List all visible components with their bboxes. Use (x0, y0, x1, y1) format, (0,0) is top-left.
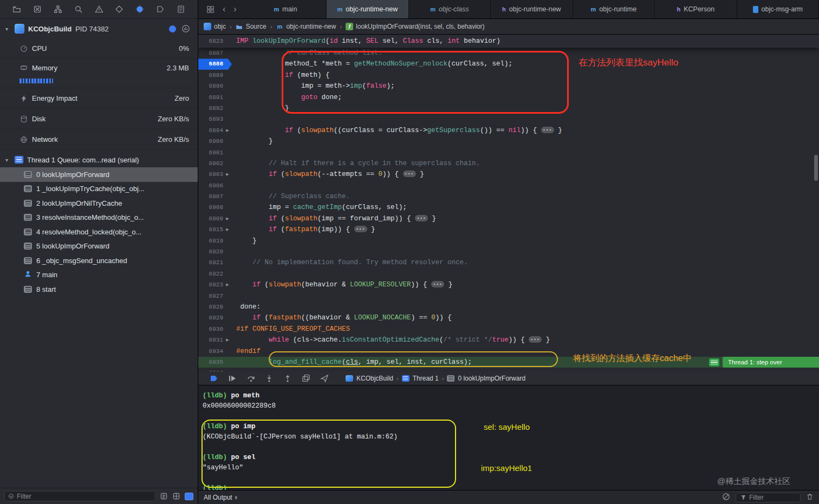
code-line-6919[interactable]: 6919 } (198, 235, 819, 246)
line-number[interactable]: 6889 (198, 70, 223, 81)
debug-breadcrumb-label[interactable]: Thread 1 (413, 375, 439, 382)
fold-indicator-icon[interactable]: ▶ (223, 335, 232, 345)
code-line-6928[interactable]: 6928 done: (198, 302, 819, 312)
frames-filter-input[interactable]: Filter (4, 491, 155, 501)
code-line-6908[interactable]: 6908 imp = cache_getImp(curClass, sel); (198, 202, 819, 213)
show-crashed-threads-icon[interactable] (172, 492, 180, 500)
line-number[interactable]: 6936 (198, 368, 223, 371)
line-number[interactable]: 6901 (198, 147, 223, 158)
project-navigator-icon[interactable] (12, 4, 22, 14)
code-line-6931[interactable]: 6931▶ while (cls->cache.isConstantOptimi… (198, 335, 819, 345)
folded-code-pill[interactable]: ••• (354, 226, 367, 232)
code-line-6891[interactable]: 6891 goto done; (198, 92, 819, 103)
simulate-location-button[interactable] (315, 374, 334, 383)
folded-code-pill[interactable]: ••• (415, 215, 428, 221)
line-number[interactable]: 6927 (198, 291, 223, 302)
tab-objc-runtime-new[interactable]: hobjc-runtime-new (491, 0, 573, 18)
editor-scrollbar[interactable] (814, 155, 818, 181)
code-line-6888[interactable]: 6888 method_t *meth = getMethodNoSuper_n… (198, 58, 819, 69)
breadcrumb-item[interactable]: flookUpImpOrForward(inst, sel, cls, beha… (346, 23, 484, 30)
tab-objc-runtime[interactable]: mobjc-runtime (573, 0, 655, 18)
line-number[interactable]: 6908 (198, 202, 223, 213)
code-line-6929[interactable]: 6929 if (fastpath((behavior & LOOKUP_NOC… (198, 312, 819, 323)
code-line-6823[interactable]: 6823IMP lookUpImpOrForward(id inst, SEL … (198, 35, 819, 48)
line-number[interactable]: 6891 (198, 92, 223, 103)
code-line-6921[interactable]: 6921 // No implementation found. Try met… (198, 257, 819, 268)
folded-code-pill[interactable]: ••• (529, 336, 542, 343)
code-line-6909[interactable]: 6909▶ if (slowpath(imp == forward_imp)) … (198, 213, 819, 224)
disclosure-chevron-icon[interactable]: ▾ (5, 157, 11, 163)
breadcrumb-item[interactable]: objc (204, 23, 226, 30)
code-line-6906[interactable]: 6906 (198, 180, 819, 191)
stack-frame-row[interactable]: 4 resolveMethod_locked(objc_o... (0, 225, 198, 239)
code-line-6907[interactable]: 6907 // Superclass cache. (198, 191, 819, 202)
line-number[interactable]: 6922 (198, 269, 223, 279)
debug-only-toggle[interactable] (185, 493, 193, 500)
gauge-row-network[interactable]: NetworkZero KB/s (0, 129, 198, 150)
debug-breadcrumb-label[interactable]: KCObjcBuild (356, 375, 393, 382)
trash-icon[interactable] (806, 493, 814, 502)
line-number[interactable]: 6929 (198, 312, 223, 323)
breakpoint-navigator-icon[interactable] (155, 4, 165, 14)
step-out-button[interactable] (278, 374, 297, 383)
code-line-6890[interactable]: 6890 imp = meth->imp(false); (198, 81, 819, 91)
code-line-6892[interactable]: 6892 } (198, 103, 819, 114)
code-line-6923[interactable]: 6923▶ if (slowpath(behavior & LOOKUP_RES… (198, 279, 819, 290)
profile-gauge-icon[interactable] (181, 24, 190, 33)
gauge-row-disk[interactable]: DiskZero KB/s (0, 109, 198, 129)
line-number[interactable]: 6920 (198, 246, 223, 257)
line-number[interactable]: 6909 (198, 213, 223, 224)
line-number[interactable]: 6823 (198, 35, 223, 48)
step-into-button[interactable] (260, 374, 278, 383)
line-number[interactable]: 6906 (198, 180, 223, 191)
report-navigator-icon[interactable] (176, 4, 186, 14)
line-number[interactable]: 6935 (198, 357, 223, 368)
line-number[interactable]: 6888 (198, 58, 223, 69)
gauge-row-energy-impact[interactable]: Energy ImpactZero (0, 88, 198, 109)
source-control-navigator-icon[interactable] (32, 4, 42, 14)
test-navigator-icon[interactable] (114, 4, 124, 14)
line-number[interactable]: 6923 (198, 279, 223, 290)
step-over-button[interactable] (242, 374, 260, 383)
symbol-navigator-icon[interactable] (53, 4, 63, 14)
fold-indicator-icon[interactable]: ▶ (223, 279, 232, 290)
line-number[interactable]: 6915 (198, 224, 223, 235)
debug-view-hierarchy-button[interactable] (297, 374, 315, 383)
process-row[interactable]: ▾ KCObjcBuild PID 74382 (0, 19, 198, 38)
line-number[interactable]: 6934 (198, 346, 223, 357)
line-number[interactable]: 6907 (198, 191, 223, 202)
code-line-6903[interactable]: 6903▶ if (slowpath(--attempts == 0)) { •… (198, 169, 819, 180)
fold-indicator-icon[interactable]: ▶ (223, 125, 232, 136)
code-line-6894[interactable]: 6894▶ if (slowpath((curClass = curClass-… (198, 125, 819, 136)
tab-objc-class[interactable]: mobjc-class (409, 0, 491, 18)
find-navigator-icon[interactable] (74, 4, 83, 14)
stack-frame-row[interactable]: 6 _objc_msgSend_uncached (0, 253, 198, 268)
stack-frame-row[interactable]: 5 lookUpImpOrForward (0, 239, 198, 254)
code-line-6927[interactable]: 6927 (198, 291, 819, 302)
gauge-row-memory[interactable]: Memory2.3 MB (0, 59, 198, 88)
code-line-6930[interactable]: 6930#if CONFIG_USE_PREOPT_CACHES (198, 324, 819, 335)
line-number[interactable]: 6928 (198, 302, 223, 312)
stack-frame-row[interactable]: 8 start (0, 282, 198, 297)
code-line-6901[interactable]: 6901 (198, 147, 819, 158)
code-line-6889[interactable]: 6889 if (meth) { (198, 70, 819, 81)
line-number[interactable]: 6919 (198, 235, 223, 246)
disclosure-chevron-icon[interactable]: ▾ (5, 26, 11, 32)
debug-breadcrumb-label[interactable]: 0 lookUpImpOrForward (458, 375, 525, 382)
line-number[interactable]: 6900 (198, 136, 223, 147)
console-filter-input[interactable]: Filter (736, 493, 801, 502)
folded-code-pill[interactable]: ••• (431, 281, 444, 287)
tab-main[interactable]: mmain (245, 0, 327, 18)
line-number[interactable]: 6931 (198, 335, 223, 345)
tab-KCPerson[interactable]: hKCPerson (655, 0, 737, 18)
breadcrumb-item[interactable]: Source (236, 23, 266, 30)
debug-console[interactable]: (lldb) po meth0x00006000002289c8(lldb) p… (198, 385, 819, 490)
thread-row[interactable]: ▾ Thread 1 Queue: com...read (serial) (0, 152, 198, 167)
stack-frame-row[interactable]: 0 lookUpImpOrForward (0, 167, 198, 182)
line-number[interactable]: 6893 (198, 114, 223, 125)
code-line-6915[interactable]: 6915▶ if (fastpath(imp)) { ••• } (198, 224, 819, 235)
line-number[interactable]: 6887 (198, 48, 223, 58)
line-number[interactable]: 6890 (198, 81, 223, 91)
show-frames-with-source-icon[interactable] (160, 492, 168, 500)
stack-frame-row[interactable]: 2 lookUpImpOrNilTryCache (0, 196, 198, 211)
